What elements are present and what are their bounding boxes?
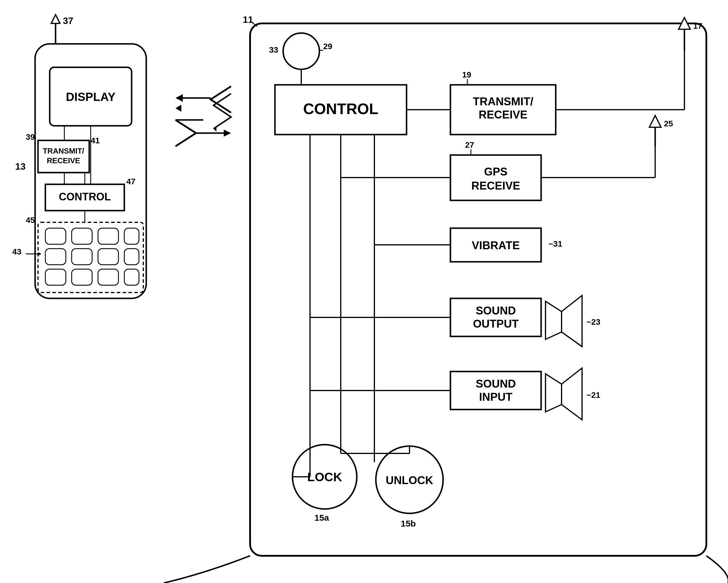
lower-arrow-right	[224, 130, 231, 136]
label-17: 17	[693, 21, 702, 30]
label-21: ~21	[587, 390, 600, 400]
bottom-right-curve	[706, 556, 728, 583]
label-23: ~23	[587, 318, 600, 326]
label-43: 43	[12, 247, 21, 256]
main-control-label: CONTROL	[303, 100, 378, 117]
key-1	[45, 228, 66, 244]
label-27: 27	[465, 141, 474, 150]
key-5	[45, 249, 66, 265]
key-8	[124, 249, 139, 265]
zigzag-upper	[211, 86, 231, 112]
label-19: 19	[462, 70, 471, 79]
left-arrow-head	[176, 105, 181, 112]
key-3	[98, 228, 119, 244]
label-29: 29	[323, 42, 332, 51]
key-12	[124, 269, 139, 285]
label-47: 47	[126, 177, 135, 186]
label-33: 33	[269, 45, 278, 54]
phone-display-label: DISPLAY	[66, 91, 115, 103]
gps-label-line2: RECEIVE	[471, 180, 520, 192]
zigzag-lower	[176, 120, 196, 146]
key-2	[72, 228, 92, 244]
key-4	[124, 228, 139, 244]
label-15b: 15b	[401, 518, 416, 528]
main-tx-rx-line1: TRANSMIT/	[473, 95, 534, 108]
gps-label-line1: GPS	[484, 166, 508, 178]
diagram-container: 37 13 DISPLAY TRANSMIT/ RECEIVE 39 41 CO…	[0, 0, 728, 583]
sound-output-line1: SOUND	[475, 305, 516, 317]
phone-tx-rx-line2: RECEIVE	[47, 156, 80, 165]
sound-output-box	[450, 298, 541, 336]
key-9	[45, 269, 66, 285]
label-31: ~31	[548, 239, 563, 248]
label-39: 39	[26, 132, 35, 142]
phone-antenna-triangle	[51, 15, 60, 23]
zigzag-left-arrowhead	[213, 126, 216, 132]
label-25: 25	[664, 119, 673, 128]
bottom-left-curve	[164, 556, 250, 583]
label-11: 11	[243, 14, 253, 25]
vibrate-label: VIBRATE	[472, 239, 520, 252]
key-6	[72, 249, 92, 265]
phone-control-label: CONTROL	[59, 191, 111, 203]
label-15a: 15a	[314, 513, 329, 523]
main-tx-rx-line2: RECEIVE	[479, 108, 528, 121]
key-7	[98, 249, 119, 265]
camera-circle	[283, 33, 319, 69]
unlock-label: UNLOCK	[386, 474, 434, 486]
label-13: 13	[15, 161, 26, 172]
sound-input-line1: SOUND	[475, 378, 516, 390]
sound-input-box	[450, 372, 541, 409]
key-11	[98, 269, 119, 285]
label-41: 41	[91, 136, 100, 145]
upper-arrow-left	[176, 94, 183, 102]
lock-label: LOCK	[307, 470, 342, 484]
label-45: 45	[26, 216, 35, 225]
sound-input-line2: INPUT	[479, 391, 513, 403]
phone-tx-rx-line1: TRANSMIT/	[43, 147, 84, 155]
key-10	[72, 269, 92, 285]
sound-output-line2: OUTPUT	[473, 318, 519, 330]
label-37: 37	[63, 16, 73, 26]
